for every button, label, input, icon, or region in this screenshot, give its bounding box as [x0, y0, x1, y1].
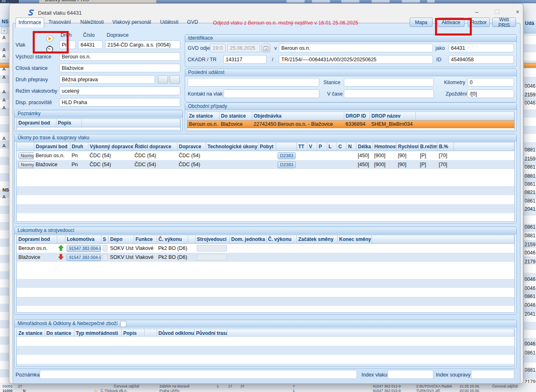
column-header[interactable]: Řídící dopravce [133, 143, 177, 151]
column-header[interactable]: Konec směny [337, 235, 372, 244]
tab-trasovani[interactable]: Trasování [45, 18, 74, 27]
s-flag-box[interactable] [103, 254, 108, 261]
background-left-column-header[interactable]: NS [0, 18, 9, 27]
column-header[interactable]: Druh [70, 143, 88, 151]
strojvedouci-empty-field[interactable] [197, 245, 227, 252]
tab-gvd[interactable]: GVD [184, 18, 201, 27]
strojvedouci-empty-field[interactable] [197, 254, 227, 261]
column-header[interactable]: N [346, 143, 356, 151]
stanice-field[interactable] [344, 78, 434, 87]
v-case-field[interactable] [344, 89, 434, 98]
column-header[interactable]: Do stanice [45, 329, 74, 338]
column-header[interactable]: B.režim [418, 143, 437, 151]
background-toolbar-refresh-icon[interactable]: ● [312, 0, 330, 3]
background-toolbar-edit-icon[interactable]: ✎ [341, 0, 360, 3]
tr-field[interactable] [279, 55, 433, 64]
rezim-vlakotvorby-field[interactable] [59, 87, 180, 95]
close-button[interactable]: × [511, 9, 524, 16]
column-header[interactable]: DROP název [370, 112, 415, 120]
column-header[interactable]: Funkce [134, 235, 157, 244]
tab-informace[interactable]: Informace [16, 18, 44, 28]
column-header[interactable]: Technologické úkony [206, 143, 258, 151]
filter-funnel-icon[interactable]: ▼ [1, 28, 7, 33]
background-toolbar-button[interactable] [427, 0, 435, 3]
locomotive-row[interactable]: Blažovice 91547 383 004-9 SOKV Usti Vlak… [17, 253, 514, 262]
index-soupravy-field[interactable] [471, 370, 514, 379]
column-header[interactable]: C [336, 143, 346, 151]
kontakt-na-vlak-field[interactable] [224, 89, 319, 98]
index-vlaku-field[interactable] [388, 370, 433, 379]
id-field[interactable] [449, 55, 514, 64]
web-pris-button[interactable]: Web PRIS [492, 18, 516, 27]
column-header[interactable]: Č. výkonu [157, 235, 188, 244]
minimize-button[interactable]: – [471, 9, 483, 16]
locomotive-row[interactable]: Beroun os.n. 91547 383 004-9 SOKV Usti V… [17, 244, 514, 253]
column-header[interactable]: Pobyt [258, 143, 276, 151]
column-header[interactable]: Depo [108, 235, 134, 244]
s-flag-box[interactable] [103, 245, 108, 252]
column-header[interactable]: Ze stanice [187, 112, 219, 120]
column-header[interactable]: V [307, 143, 317, 151]
business-case-row-selected[interactable]: Beroun os.n. Blažovice 22742450 Beroun o… [187, 120, 514, 128]
column-header[interactable]: Délka [356, 143, 372, 151]
tab-udalosti[interactable]: Události [157, 18, 182, 27]
cislo-field[interactable] [78, 40, 103, 49]
column-header[interactable]: Popis [121, 329, 144, 338]
column-header[interactable]: L [327, 143, 336, 151]
dopravce-field[interactable] [105, 40, 180, 49]
mimoradnosti-checkbox[interactable] [120, 321, 126, 327]
background-toolbar-edit-icon[interactable]: ✎ [371, 0, 390, 3]
gvd-station-field[interactable] [279, 44, 433, 52]
route-task-row[interactable]: Normy Blažovice Pn ČDC (54) ČDC (54) ČDC… [17, 160, 514, 169]
disp-pracoviste-field[interactable] [59, 98, 180, 107]
column-header[interactable]: Do stanice [219, 112, 252, 120]
locomotive-number-button[interactable]: 91547 383 004-9 [67, 245, 101, 252]
cilova-stanice-field[interactable] [59, 64, 180, 72]
posledni-udalost-field[interactable] [188, 78, 319, 87]
d2383-button[interactable]: D2383 [278, 152, 296, 159]
druh-prepravy-field[interactable] [59, 75, 155, 84]
druh-prepravy-extra-button-2[interactable] [170, 75, 180, 84]
jako-field[interactable] [449, 44, 514, 52]
column-header[interactable]: Začátek směny [296, 235, 337, 244]
column-header[interactable]: Popis [56, 119, 81, 127]
column-header[interactable]: Výkonný dopravce [88, 143, 133, 151]
kilometry-field[interactable] [467, 78, 514, 87]
column-header[interactable]: Dopravce [177, 143, 206, 151]
tab-nalezitosti[interactable]: Náležitosti [76, 18, 108, 27]
column-header[interactable]: Ze stanice [17, 329, 45, 338]
column-header[interactable]: Č. výkonu [266, 235, 296, 244]
column-header[interactable]: Dopravní bod [17, 119, 56, 127]
column-header[interactable]: Typ mimořádnosti [74, 329, 121, 338]
column-header[interactable]: B.% [437, 143, 453, 151]
background-toolbar-button[interactable] [286, 0, 305, 3]
column-header[interactable]: Hmotnost [372, 143, 396, 151]
ckadr-field[interactable] [223, 55, 267, 64]
column-header[interactable]: TT [296, 143, 307, 151]
column-header[interactable]: DROP ID [344, 112, 370, 120]
column-header[interactable]: Důvod odklonu [157, 329, 194, 338]
column-header[interactable]: Dopravní bod [34, 143, 70, 151]
locomotive-number-button[interactable]: 91547 383 004-9 [67, 254, 101, 261]
column-header[interactable]: Původní trasa [194, 329, 227, 338]
poznamka-field[interactable] [40, 370, 357, 379]
column-header[interactable]: Rychlost [396, 143, 418, 151]
background-right-column-header[interactable]: Udá [524, 20, 536, 33]
vychozi-stanice-field[interactable] [59, 52, 180, 61]
column-header[interactable]: Lokomotiva [65, 235, 101, 244]
column-header[interactable]: Dom. jednotka [229, 235, 266, 244]
mapa-button[interactable]: Mapa [410, 18, 433, 27]
druh-prepravy-extra-button-1[interactable] [158, 75, 168, 84]
tab-vlakovy-personal[interactable]: Vlakový personál [110, 18, 154, 27]
d2383-button[interactable]: D2383 [278, 161, 296, 168]
route-task-row[interactable]: Normy Beroun os.n. Pn ČDC (54) ČDC (54) … [17, 151, 514, 160]
column-header[interactable]: P [317, 143, 327, 151]
zpozdeni-field[interactable] [467, 89, 514, 98]
column-header[interactable]: Dopravní bod [17, 235, 57, 244]
normy-button[interactable]: Normy [18, 161, 34, 168]
normy-button[interactable]: Normy [18, 152, 34, 159]
calendar-icon[interactable]: 15 [262, 44, 270, 52]
column-header[interactable]: Objednávka [252, 112, 344, 120]
background-app-tab[interactable]: Datový doklad PRIS [39, 0, 157, 3]
column-header[interactable]: Strojvedoucí [195, 235, 229, 244]
